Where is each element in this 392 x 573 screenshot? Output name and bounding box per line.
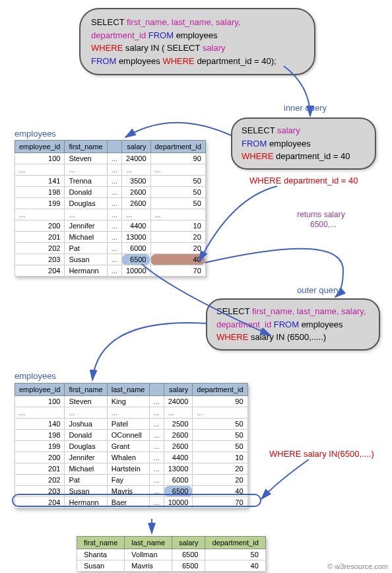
table-cell: 50 — [150, 176, 205, 187]
table-cell: Pat — [65, 475, 107, 486]
table-cell: 50 — [193, 430, 247, 441]
col-header: salary — [121, 141, 150, 153]
col-header: department_id — [193, 384, 247, 396]
table-row: ............... — [15, 164, 206, 176]
table-cell: ... — [193, 407, 247, 419]
table-cell: 50 — [150, 198, 205, 209]
table-row: 200Jennifer...440010 — [15, 220, 206, 232]
table-cell: 6000 — [164, 475, 193, 486]
returns-salary-label: returns salary — [297, 210, 345, 219]
table-cell: 6500 — [172, 549, 205, 560]
table-cell: 13000 — [121, 232, 150, 243]
table-cell: Patel — [107, 419, 149, 430]
outer-sql-box: SELECT first_name, last_name, salary, de… — [206, 298, 380, 351]
col-header: first_name — [65, 384, 107, 396]
table-cell: Jennifer — [65, 220, 107, 232]
table-row: 198Donald...260050 — [15, 187, 206, 198]
table-row: 200JenniferWhalen...440010 — [15, 452, 248, 463]
table-cell: Susan — [65, 254, 107, 265]
table-row: 141Trenna...350050 — [15, 176, 206, 187]
result-table: first_name last_name salary department_i… — [77, 536, 266, 572]
table-cell: ... — [107, 265, 121, 277]
table-cell: Douglas — [65, 198, 107, 209]
sql-text: department_id — [216, 320, 274, 329]
table-cell: ... — [107, 153, 121, 164]
table-cell: 20 — [193, 463, 247, 475]
table-cell: 50 — [193, 441, 247, 452]
sql-text: FROM — [91, 56, 119, 66]
sql-text: department_id = 40 — [197, 56, 271, 66]
table-cell: ... — [121, 209, 150, 220]
table-cell: 2600 — [121, 187, 150, 198]
inner-sql-box: SELECT salary FROM employees WHERE depar… — [231, 118, 376, 170]
table-cell: 24000 — [121, 153, 150, 164]
sql-text: salary — [203, 43, 226, 53]
table-cell: ... — [149, 452, 164, 463]
sql-text: SELECT — [167, 43, 203, 53]
table-cell: 198 — [15, 187, 65, 198]
table-cell: 204 — [15, 265, 65, 277]
employees-label-2: employees — [15, 371, 56, 381]
table-cell: ... — [149, 396, 164, 407]
table-cell: ... — [107, 243, 121, 254]
sql-text: department_id = 40 — [276, 151, 350, 161]
table-cell: ... — [107, 176, 121, 187]
table-cell: 10 — [193, 452, 247, 463]
table-cell: 100 — [15, 396, 65, 407]
sql-text: (6500,.....) — [287, 332, 326, 342]
table-cell: 202 — [15, 475, 65, 486]
table-cell: Donald — [65, 187, 107, 198]
sql-text: WHERE — [162, 56, 197, 66]
table-cell: Mavris — [107, 486, 149, 497]
table-row: 201Michael...1300020 — [15, 232, 206, 243]
table-cell: ... — [107, 164, 121, 176]
employees-label-1: employees — [15, 129, 56, 139]
table-cell: 198 — [15, 430, 65, 441]
table-cell: 200 — [15, 220, 65, 232]
table-cell: ... — [121, 164, 150, 176]
table-cell: ... — [150, 164, 205, 176]
table-row: 202Pat...600020 — [15, 243, 206, 254]
table-cell: Susan — [65, 486, 107, 497]
col-header: employee_id — [15, 141, 65, 153]
table-cell: 201 — [15, 232, 65, 243]
table-cell: ... — [107, 220, 121, 232]
table-cell: ... — [107, 232, 121, 243]
table-cell: Steven — [65, 396, 107, 407]
table-cell: ... — [107, 254, 121, 265]
table-cell: Fay — [107, 475, 149, 486]
table-cell: 3500 — [121, 176, 150, 187]
table-cell: 199 — [15, 198, 65, 209]
table-cell: 50 — [150, 187, 205, 198]
table-cell: 6500 — [172, 560, 205, 572]
sql-text: FROM — [148, 30, 176, 40]
table-cell: ... — [15, 209, 65, 220]
table-cell: 2600 — [164, 430, 193, 441]
table-cell: 200 — [15, 452, 65, 463]
table-cell: ... — [150, 209, 205, 220]
table-cell: ... — [149, 407, 164, 419]
table-row: ............... — [15, 209, 206, 220]
table-cell: ... — [164, 407, 193, 419]
table-cell: Hermann — [65, 265, 107, 277]
col-header: salary — [164, 384, 193, 396]
table-cell: 40 — [205, 560, 265, 572]
table-cell: Pat — [65, 243, 107, 254]
table-row: SusanMavris650040 — [77, 560, 266, 572]
table-row: 100StevenKing...2400090 — [15, 396, 248, 407]
table-cell: ... — [107, 209, 121, 220]
table-cell: 10000 — [121, 265, 150, 277]
employees-table-1: employee_id first_name salary department… — [15, 140, 206, 277]
table-cell: 10000 — [164, 497, 193, 508]
sql-text: FROM — [242, 139, 269, 149]
table-cell: Douglas — [65, 441, 107, 452]
col-header: department_id — [150, 141, 205, 153]
table-cell: 50 — [205, 549, 265, 560]
sql-text: salary IN — [251, 332, 287, 342]
table-cell: Vollman — [125, 549, 172, 560]
table-cell: ... — [149, 486, 164, 497]
table-cell: ... — [107, 187, 121, 198]
table-cell: 2600 — [164, 441, 193, 452]
table-cell: ... — [107, 407, 149, 419]
table-cell: 2500 — [164, 419, 193, 430]
